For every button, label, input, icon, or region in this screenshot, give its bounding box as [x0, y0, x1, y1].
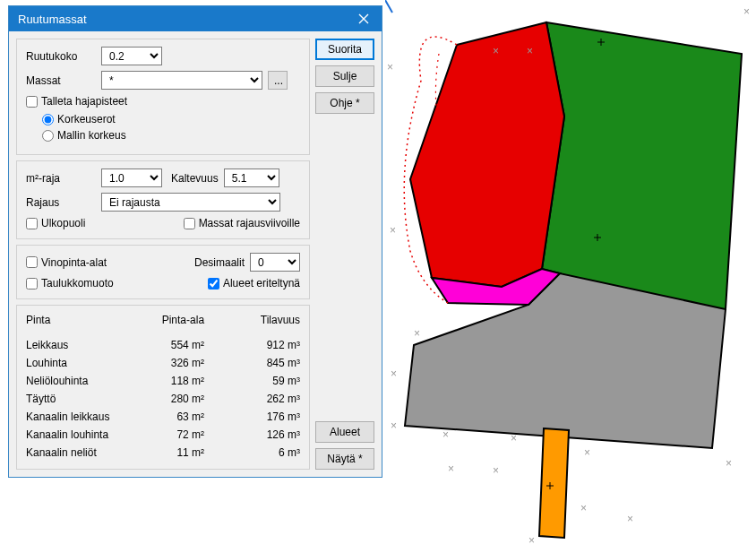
cross-marker-icon: ×	[527, 45, 533, 57]
left-column: Ruutukoko 0.2 Massat * ... Talleta hajap…	[16, 39, 310, 470]
table-row: Louhinta326 m²845 m³	[26, 354, 300, 372]
kaltevuus-label: Kaltevuus	[171, 172, 219, 185]
dialog-ruutumassat: Ruutumassat Ruutukoko 0.2 Massat * ... T…	[8, 5, 382, 478]
cell-vol: 262 m³	[226, 393, 300, 405]
talleta-checkbox[interactable]: Talleta hajapisteet	[26, 95, 300, 108]
table-row: Kanaalin leikkaus63 m²176 m³	[26, 408, 300, 426]
close-button[interactable]	[346, 6, 382, 31]
dialog-body: Ruutukoko 0.2 Massat * ... Talleta hajap…	[9, 31, 382, 477]
kaltevuus-select[interactable]: 5.1	[224, 168, 279, 187]
alueet-eriteltyna-checkbox-input[interactable]	[208, 278, 219, 289]
sulje-button[interactable]: Sulje	[315, 65, 374, 87]
cross-marker-icon: ×	[580, 502, 587, 514]
table-row: Leikkaus554 m²912 m³	[26, 336, 300, 354]
massat-rajaus-label: Massat rajausviivoille	[199, 217, 300, 229]
cell-vol: 6 m³	[226, 446, 300, 459]
taulukko-label: Taulukkomuoto	[41, 277, 114, 289]
m2raja-label: m²-raja	[26, 172, 96, 185]
massat-rajaus-checkbox[interactable]: Massat rajausviivoille	[184, 217, 300, 229]
group-raja: m²-raja 1.0 Kaltevuus 5.1 Rajaus Ei raja…	[16, 160, 310, 239]
ulkopuoli-checkbox[interactable]: Ulkopuoli	[26, 217, 85, 229]
alueet-eriteltyna-checkbox[interactable]: Alueet eriteltynä	[208, 277, 300, 289]
cell-name: Täyttö	[26, 393, 130, 405]
talleta-checkbox-input[interactable]	[26, 96, 38, 108]
table-row: Täyttö280 m²262 m³	[26, 390, 300, 408]
ohje-button[interactable]: Ohje *	[315, 92, 374, 114]
ruutukoko-label: Ruutukoko	[26, 50, 96, 63]
vinopinta-checkbox[interactable]: Vinopinta-alat	[26, 256, 107, 269]
cross-marker-icon: ×	[584, 446, 590, 459]
table-row: Kanaalin neliöt11 m²6 m³	[26, 444, 300, 462]
cross-marker-icon: ×	[528, 534, 535, 547]
desimaalit-label: Desimaalit	[194, 256, 245, 269]
cell-vol: 845 m³	[226, 357, 300, 369]
cross-marker-icon: ×	[391, 419, 397, 432]
th-pinta-ala: Pinta-ala	[130, 314, 226, 326]
cross-marker-icon: ×	[414, 327, 420, 340]
ruutukoko-select[interactable]: 0.2	[101, 47, 162, 65]
korkeuserot-radio[interactable]: Korkeuserot	[42, 113, 300, 125]
cell-name: Kanaalin louhinta	[26, 428, 130, 441]
cell-area: 554 m²	[130, 339, 226, 351]
th-tilavuus: Tilavuus	[226, 314, 300, 326]
titlebar[interactable]: Ruutumassat	[9, 6, 382, 31]
cross-marker-icon: ×	[448, 462, 454, 475]
th-pinta: Pinta	[26, 314, 130, 326]
group-basic: Ruutukoko 0.2 Massat * ... Talleta hajap…	[16, 39, 310, 155]
cross-marker-icon: ×	[726, 457, 732, 470]
korkeuserot-radio-input[interactable]	[42, 114, 54, 125]
cross-marker-icon: ×	[391, 367, 397, 380]
massat-select[interactable]: *	[101, 71, 262, 90]
results-table: Pinta Pinta-ala Tilavuus Leikkaus554 m²9…	[16, 305, 310, 470]
dialog-title: Ruutumassat	[18, 13, 87, 26]
cell-name: Louhinta	[26, 357, 130, 369]
rajaus-label: Rajaus	[26, 196, 96, 209]
desimaalit-select[interactable]: 0	[250, 253, 300, 272]
m2raja-select[interactable]: 1.0	[101, 168, 162, 187]
group-format: Vinopinta-alat Desimaalit 0 Taulukkomuot…	[16, 245, 310, 299]
cell-area: 11 m²	[130, 446, 226, 459]
massat-rajaus-checkbox-input[interactable]	[184, 218, 195, 229]
cell-vol: 176 m³	[226, 410, 300, 423]
cross-marker-icon: ×	[627, 513, 633, 525]
taulukko-checkbox[interactable]: Taulukkomuoto	[26, 277, 114, 289]
drawing-canvas[interactable]: × × × × × × × × × × × × × × × × ×	[385, 0, 756, 553]
ulkopuoli-label: Ulkopuoli	[41, 217, 85, 229]
cell-area: 280 m²	[130, 393, 226, 405]
svg-marker-4	[539, 428, 569, 538]
alueet-button[interactable]: Alueet	[315, 421, 374, 443]
right-column: Suorita Sulje Ohje * Alueet Näytä *	[315, 39, 374, 470]
cell-name: Kanaalin leikkaus	[26, 410, 130, 423]
cross-marker-icon: ×	[390, 224, 396, 237]
alueet-eriteltyna-label: Alueet eriteltynä	[223, 277, 300, 289]
cross-marker-icon: ×	[387, 61, 393, 73]
cell-name: Kanaalin neliöt	[26, 446, 130, 459]
cell-area: 118 m²	[130, 375, 226, 387]
suorita-button[interactable]: Suorita	[315, 39, 374, 60]
table-row: Kanaalin louhinta72 m²126 m³	[26, 426, 300, 444]
cell-area: 72 m²	[130, 428, 226, 441]
mallin-korkeus-radio-input[interactable]	[42, 130, 54, 142]
nayta-button[interactable]: Näytä *	[315, 448, 374, 470]
rajaus-select[interactable]: Ei rajausta	[101, 193, 280, 212]
svg-marker-2	[410, 22, 564, 287]
cell-vol: 126 m³	[226, 428, 300, 441]
close-icon	[358, 13, 369, 24]
taulukko-checkbox-input[interactable]	[26, 278, 38, 289]
cell-name: Leikkaus	[26, 339, 130, 351]
mallin-korkeus-label: Mallin korkeus	[57, 129, 126, 142]
massat-browse-button[interactable]: ...	[268, 71, 288, 90]
cross-marker-icon: ×	[493, 45, 499, 57]
ulkopuoli-checkbox-input[interactable]	[26, 218, 38, 229]
cell-area: 326 m²	[130, 357, 226, 369]
cell-vol: 59 m³	[226, 375, 300, 387]
massat-label: Massat	[26, 74, 96, 87]
cell-area: 63 m²	[130, 410, 226, 423]
cross-marker-icon: ×	[511, 432, 517, 445]
cell-vol: 912 m³	[226, 339, 300, 351]
korkeuserot-label: Korkeuserot	[57, 113, 116, 125]
vinopinta-checkbox-input[interactable]	[26, 256, 38, 268]
table-row: Neliölouhinta118 m²59 m³	[26, 372, 300, 390]
cross-marker-icon: ×	[743, 5, 750, 18]
mallin-korkeus-radio[interactable]: Mallin korkeus	[42, 129, 300, 142]
